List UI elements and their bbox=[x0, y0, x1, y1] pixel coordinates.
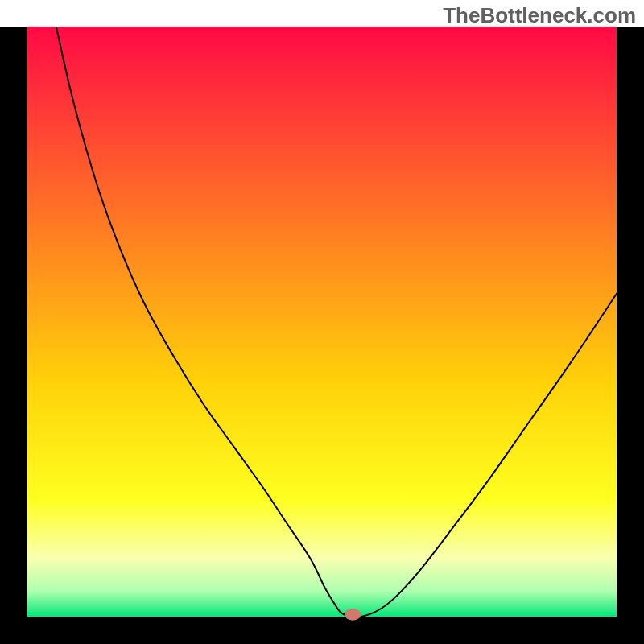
frame-left bbox=[0, 27, 27, 644]
frame-bottom bbox=[0, 617, 644, 644]
watermark-text: TheBottleneck.com bbox=[443, 3, 636, 28]
minimum-marker bbox=[345, 609, 361, 621]
frame-right bbox=[617, 27, 644, 644]
bottleneck-chart bbox=[0, 27, 644, 644]
plot-background bbox=[27, 27, 617, 617]
